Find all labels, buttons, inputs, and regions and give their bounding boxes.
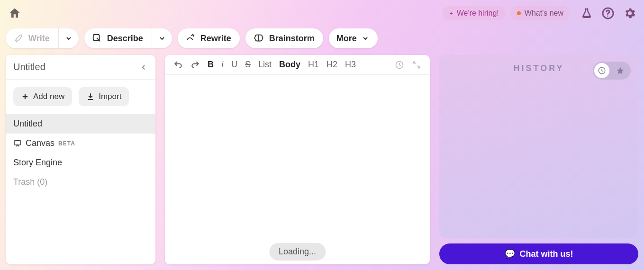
svg-point-0 [586, 9, 588, 10]
bold-button[interactable]: B [208, 60, 214, 70]
beta-badge: BETA [58, 140, 75, 147]
redo-button[interactable] [190, 60, 200, 70]
svg-point-4 [193, 36, 194, 36]
clock-icon [594, 63, 609, 78]
chat-label: Chat with us! [520, 249, 573, 259]
canvas-item[interactable]: Canvas BETA [6, 134, 155, 153]
list-button[interactable]: List [258, 60, 272, 70]
trash-item[interactable]: Trash (0) [6, 172, 155, 192]
hiring-pill[interactable]: ✦ We're hiring! [443, 6, 506, 20]
chat-icon: 💬 [505, 249, 515, 259]
italic-button[interactable]: i [221, 60, 224, 70]
rewrite-label: Rewrite [200, 34, 231, 44]
svg-point-2 [607, 16, 608, 17]
plus-icon [21, 92, 29, 101]
write-label: Write [28, 34, 50, 44]
hiring-label: We're hiring! [457, 9, 499, 18]
history-toggle[interactable] [593, 62, 631, 80]
import-label: Import [99, 92, 121, 101]
expand-icon[interactable] [412, 60, 421, 70]
canvas-icon [13, 139, 22, 148]
svg-rect-5 [15, 140, 20, 145]
describe-dropdown[interactable] [152, 35, 172, 42]
doc-item-label: Untitled [13, 119, 42, 129]
history-panel: HISTORY [439, 55, 638, 238]
doc-item[interactable]: Untitled [6, 114, 155, 134]
write-dropdown[interactable] [59, 35, 79, 42]
rewrite-icon [185, 33, 196, 44]
whatsnew-label: What's new [525, 9, 563, 18]
h1-button[interactable]: H1 [308, 60, 319, 70]
canvas-label: Canvas [26, 138, 54, 148]
star-icon [611, 66, 629, 75]
h2-button[interactable]: H2 [327, 60, 337, 70]
brainstorm-button[interactable]: Brainstorm [245, 28, 323, 48]
more-label: More [336, 34, 357, 44]
rewrite-button[interactable]: Rewrite [178, 28, 240, 48]
strikethrough-button[interactable]: S [245, 60, 251, 70]
describe-icon [92, 33, 102, 44]
brain-icon [253, 33, 264, 44]
undo-button[interactable] [173, 60, 183, 70]
story-engine-label: Story Engine [13, 158, 62, 168]
describe-label: Describe [107, 34, 143, 44]
history-icon[interactable] [395, 60, 404, 70]
gear-icon[interactable] [623, 7, 636, 20]
body-style-button[interactable]: Body [279, 60, 300, 70]
more-button[interactable]: More [329, 28, 378, 48]
brainstorm-label: Brainstorm [269, 34, 315, 44]
h3-button[interactable]: H3 [345, 60, 356, 70]
sidebar: Untitled Add new Import Untitled [6, 55, 155, 264]
add-new-button[interactable]: Add new [13, 87, 72, 106]
home-icon[interactable] [8, 7, 22, 20]
chevron-down-icon [362, 35, 369, 42]
add-new-label: Add new [33, 92, 64, 101]
download-icon [86, 92, 95, 101]
editor-body[interactable]: Loading... [165, 75, 430, 264]
editor: B i U S List Body H1 H2 H3 Loading... [165, 55, 430, 264]
describe-button[interactable]: Describe [84, 28, 172, 48]
chat-button[interactable]: 💬 Chat with us! [439, 243, 638, 264]
trash-label: Trash (0) [13, 177, 47, 187]
underline-button[interactable]: U [231, 60, 237, 70]
history-title: HISTORY [513, 63, 564, 73]
dot-icon [517, 11, 521, 15]
sparkle-icon: ✦ [449, 11, 453, 16]
whatsnew-pill[interactable]: What's new [510, 6, 570, 20]
feather-icon [13, 33, 24, 44]
document-title: Untitled [13, 62, 45, 72]
collapse-sidebar-icon[interactable] [139, 63, 148, 72]
write-button[interactable]: Write [6, 28, 79, 48]
story-engine-item[interactable]: Story Engine [6, 153, 155, 172]
loading-indicator: Loading... [269, 243, 326, 261]
help-icon[interactable] [601, 7, 615, 20]
flask-icon[interactable] [581, 7, 593, 19]
import-button[interactable]: Import [79, 87, 129, 106]
